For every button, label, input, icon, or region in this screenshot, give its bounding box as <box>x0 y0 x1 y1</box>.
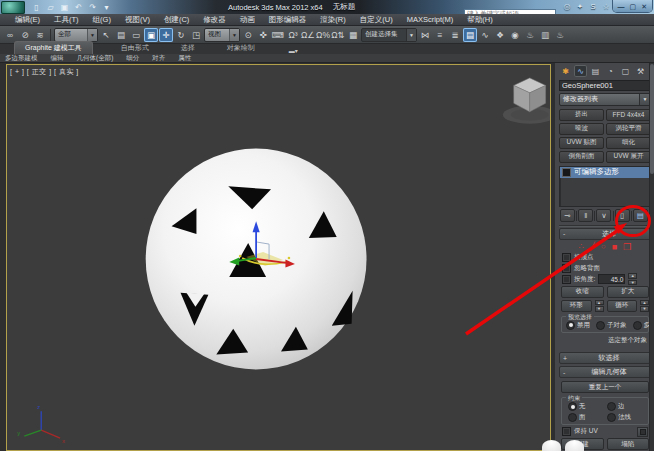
perspective-viewport[interactable]: [ + ] [ 正交 ] [ 真实 ] <box>6 64 551 451</box>
modifier-button-ffd-4x4x4[interactable]: FFD 4x4x4 <box>606 109 651 121</box>
mirror-icon[interactable]: ⋈ <box>418 28 432 42</box>
reference-coordinate-dropdown[interactable]: 视图 ▼ <box>204 28 240 42</box>
by-angle-checkbox[interactable] <box>562 275 571 284</box>
unlink-selection-icon[interactable]: ⊘ <box>18 28 32 42</box>
select-object-icon[interactable]: ↖ <box>99 28 113 42</box>
snaps-toggle-icon[interactable]: Ω³ <box>286 28 300 42</box>
favorites-star-icon[interactable]: ☆ <box>601 1 611 12</box>
rendered-frame-icon[interactable]: ▥ <box>538 28 552 42</box>
ribbon-tab-graphite[interactable]: Graphite 建模工具 <box>14 41 93 54</box>
menu-customize[interactable]: 自定义(U) <box>353 15 400 25</box>
radio-button[interactable] <box>568 402 577 411</box>
chevron-down-icon[interactable]: ▼ <box>229 29 239 41</box>
motion-tab[interactable]: ◔ <box>604 65 617 77</box>
select-by-name-icon[interactable]: ▤ <box>114 28 128 42</box>
ribbon-toggle-icon[interactable]: ▤ <box>463 28 477 42</box>
grow-button[interactable]: 扩大 <box>607 286 650 298</box>
rect-selection-region-icon[interactable]: ▭ <box>129 28 143 42</box>
maximize-button[interactable]: ▢ <box>630 3 637 10</box>
ribbon-tab-selection[interactable]: 选择 <box>177 42 199 54</box>
collapse-button[interactable]: 塌陷 <box>607 438 650 450</box>
viewport-label[interactable]: [ + ] [ 正交 ] [ 真实 ] <box>10 67 79 77</box>
preserve-uv-settings-button[interactable] <box>637 427 648 437</box>
radio-button[interactable] <box>633 321 642 330</box>
modifier-button-noise[interactable]: 噪波 <box>559 123 604 135</box>
angle-value-field[interactable]: 45.0 <box>598 274 625 284</box>
redo-icon[interactable]: ↷ <box>87 2 98 13</box>
pin-stack-icon[interactable]: ⊸ <box>560 209 575 222</box>
constraint-option-normal[interactable]: 法线 <box>607 413 642 422</box>
loop-button[interactable]: 循环 <box>607 300 638 312</box>
repeat-last-button[interactable]: 重复上一个 <box>561 381 649 393</box>
edit-geometry-rollout-header[interactable]: - 编辑几何体 <box>559 366 651 378</box>
application-menu-button[interactable] <box>1 1 25 14</box>
polygon-subobject-icon[interactable]: ■ <box>612 242 617 252</box>
radio-button[interactable] <box>566 321 575 330</box>
ribbon-panel-edit[interactable]: 编辑 <box>51 54 64 63</box>
select-and-move-icon[interactable]: ✛ <box>159 28 173 42</box>
make-unique-icon[interactable]: ∨ <box>596 209 611 222</box>
menu-rendering[interactable]: 渲染(R) <box>313 15 352 25</box>
search-icon[interactable]: ◎ <box>562 1 572 12</box>
constraint-option-edge[interactable]: 边 <box>607 402 642 411</box>
display-tab[interactable]: ▢ <box>619 65 632 77</box>
align-icon[interactable]: ≡ <box>433 28 447 42</box>
close-button[interactable]: ✕ <box>641 3 647 10</box>
shrink-button[interactable]: 收缩 <box>561 286 604 298</box>
undo-icon[interactable]: ↶ <box>73 2 84 13</box>
show-end-result-icon[interactable]: ‖ <box>578 209 593 222</box>
constraint-option-face[interactable]: 面 <box>568 413 603 422</box>
preview-option-disable[interactable]: 禁用 <box>566 321 590 330</box>
create-tab[interactable]: ✱ <box>559 65 572 77</box>
keyboard-override-icon[interactable]: ⌨ <box>271 28 285 42</box>
ribbon-panel-properties[interactable]: 属性 <box>178 54 191 63</box>
named-selection-sets-dropdown[interactable]: 创建选择集 ▼ <box>361 28 417 42</box>
new-file-icon[interactable]: ▯ <box>31 2 42 13</box>
render-production-icon[interactable]: ♨ <box>553 28 567 42</box>
modifier-button-bevel-profile[interactable]: 倒角剖面 <box>559 151 604 163</box>
modifier-list-dropdown[interactable]: 修改器列表 ▼ <box>559 93 651 106</box>
soft-selection-rollout-header[interactable]: + 软选择 <box>559 352 651 364</box>
panel-scrollbar[interactable] <box>649 63 654 451</box>
preserve-uv-checkbox[interactable] <box>562 427 571 436</box>
menu-help[interactable]: 帮助(H) <box>460 15 499 25</box>
open-file-icon[interactable]: ▱ <box>45 2 56 13</box>
select-and-rotate-icon[interactable]: ↻ <box>174 28 188 42</box>
modifier-button-tessellate[interactable]: 细化 <box>606 137 651 149</box>
menu-views[interactable]: 视图(V) <box>118 15 157 25</box>
ribbon-tab-freeform[interactable]: 自由形式 <box>117 42 153 54</box>
scrollbar-thumb[interactable] <box>650 64 654 174</box>
menu-maxscript[interactable]: MAXScript(M) <box>400 15 461 24</box>
qat-dropdown-icon[interactable]: ▾ <box>101 2 112 13</box>
remove-modifier-icon[interactable]: ▯ <box>615 209 630 222</box>
chevron-down-icon[interactable]: ▼ <box>406 29 416 41</box>
menu-graph-editors[interactable]: 图形编辑器 <box>262 15 314 25</box>
edit-named-sets-icon[interactable]: ▦ <box>346 28 360 42</box>
modifier-button-extrude[interactable]: 挤出 <box>559 109 604 121</box>
material-editor-icon[interactable]: ◉ <box>508 28 522 42</box>
menu-tools[interactable]: 工具(T) <box>47 15 86 25</box>
edge-subobject-icon[interactable]: ╱ <box>590 242 595 251</box>
configure-modifier-sets-icon[interactable]: ▤ <box>633 209 648 222</box>
menu-edit[interactable]: 编辑(E) <box>8 15 47 25</box>
element-subobject-icon[interactable]: ❒ <box>623 242 631 252</box>
constraint-option-none[interactable]: 无 <box>568 402 603 411</box>
menu-group[interactable]: 组(G) <box>86 15 118 25</box>
chevron-down-icon[interactable]: ▼ <box>87 29 97 41</box>
radio-button[interactable] <box>607 413 616 422</box>
modifier-button-unwrap-uvw[interactable]: UVW 展开 <box>606 151 651 163</box>
modifier-button-turbosmooth[interactable]: 涡轮平滑 <box>606 123 651 135</box>
save-file-icon[interactable]: ▣ <box>59 2 70 13</box>
subscription-icon[interactable]: S <box>588 1 598 12</box>
select-and-manipulate-icon[interactable]: ✜ <box>256 28 270 42</box>
schematic-view-icon[interactable]: ❖ <box>493 28 507 42</box>
menu-create[interactable]: 创建(C) <box>157 15 196 25</box>
ribbon-panel-align[interactable]: 对齐 <box>152 54 165 63</box>
modifier-button-uvw-map[interactable]: UVW 贴图 <box>559 137 604 149</box>
window-crossing-icon[interactable]: ▣ <box>144 28 158 42</box>
autodesk-key-icon[interactable]: ✦ <box>575 1 585 12</box>
menu-animation[interactable]: 动画 <box>233 15 262 25</box>
radio-button[interactable] <box>607 402 616 411</box>
preview-option-subobj[interactable]: 子对象 <box>596 321 627 330</box>
curve-editor-icon[interactable]: ∿ <box>478 28 492 42</box>
